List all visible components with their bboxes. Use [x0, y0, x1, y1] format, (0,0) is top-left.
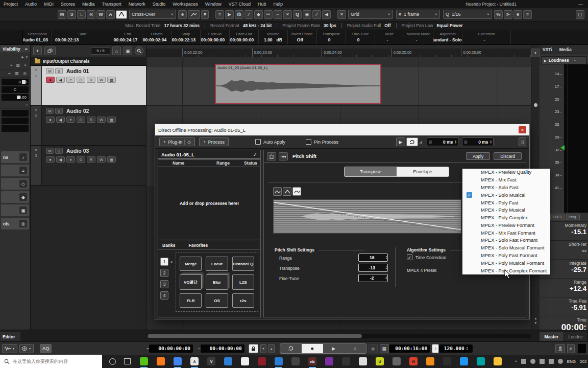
- tool-button[interactable]: ×: [283, 10, 292, 19]
- network-icon[interactable]: [549, 359, 554, 364]
- menu-item[interactable]: Workspaces: [169, 2, 201, 7]
- extend-window-icon[interactable]: ▯: [519, 137, 526, 146]
- menu-option[interactable]: ✓ MPEX - Solo Musical: [462, 191, 550, 199]
- menu-item[interactable]: Hub: [254, 2, 270, 7]
- inspector-section[interactable]: ≡: [1, 165, 29, 176]
- menu-item[interactable]: Project: [0, 2, 21, 7]
- metronome-setup-icon[interactable]: e: [567, 344, 575, 353]
- curve-type-icon[interactable]: [273, 187, 282, 196]
- menu-item[interactable]: Scores: [57, 2, 79, 7]
- punch-out-icon[interactable]: ▲: [268, 344, 275, 353]
- shield-icon[interactable]: [540, 359, 545, 364]
- menu-item[interactable]: Media: [79, 2, 99, 7]
- app-icon[interactable]: [325, 357, 333, 365]
- quantize-edit-icon[interactable]: e: [513, 10, 522, 19]
- channel-config-icons-2[interactable]: ⌐ ▥ ◎: [0, 70, 30, 78]
- menu-option[interactable]: ✓ MPEX - Preview Formant: [462, 221, 550, 229]
- record-arm-button[interactable]: ●: [46, 77, 55, 83]
- favorite-process-button[interactable]: r2s: [232, 293, 254, 308]
- menu-item[interactable]: VST Cloud: [225, 2, 254, 7]
- info-cell[interactable]: Fade-In 00:00:00:00: [201, 30, 230, 44]
- info-cell[interactable]: Extension -: [462, 30, 511, 44]
- read-automation-button[interactable]: R: [87, 156, 95, 163]
- task-view-icon[interactable]: [124, 358, 131, 364]
- auto-fade-icon[interactable]: [116, 10, 127, 19]
- tool-button[interactable]: ◆: [254, 10, 263, 19]
- grid-mode-select[interactable]: Grid ▼: [348, 10, 393, 19]
- clock[interactable]: 202: [580, 359, 587, 364]
- left-locator-value[interactable]: 00:00:00:00: [149, 344, 193, 353]
- track-row[interactable]: ≈ 1 M S Audio 01 ● ◀ e ⊙ R W: [31, 66, 146, 106]
- audio-activity-select[interactable]: ▼: [2, 344, 17, 353]
- inspector-section[interactable]: ols ◎: [1, 218, 29, 229]
- info-cell[interactable]: Algorithm Standard - Solo: [433, 30, 462, 44]
- edit-channel-button[interactable]: e: [66, 117, 75, 123]
- menu-item[interactable]: Transport: [99, 2, 125, 7]
- routing-field[interactable]: [2, 125, 29, 132]
- track-row[interactable]: ≈ 2 M S Audio 02 ● ◀ e ⊙ R W: [31, 106, 146, 146]
- menu-option[interactable]: ✓ MPEX - Solo Musical Formant: [462, 244, 550, 252]
- delete-process-icon[interactable]: [267, 152, 276, 160]
- iterative-quantize-icon[interactable]: %: [494, 10, 503, 19]
- edit-icon[interactable]: e: [178, 10, 187, 19]
- menu-option[interactable]: ✓ MPEX - Preview Quality: [462, 169, 550, 176]
- app-icon[interactable]: nb: [308, 357, 316, 365]
- routing-field[interactable]: [2, 110, 29, 117]
- audition-play-icon[interactable]: ▶: [396, 137, 406, 146]
- favorite-process-button[interactable]: Locut: [206, 257, 228, 271]
- setup-window-layout-icon[interactable]: ▢: [576, 10, 584, 19]
- stepper-icon[interactable]: ▲▼: [385, 256, 387, 260]
- lock-icon[interactable]: [249, 344, 258, 353]
- read-automation-button[interactable]: R: [87, 117, 95, 123]
- midi-activity-select[interactable]: ▼: [19, 344, 34, 353]
- info-cell[interactable]: End 00:00:24:17: [113, 30, 142, 44]
- tool-button[interactable]: Ib: [235, 10, 243, 19]
- write-automation-button[interactable]: W: [97, 117, 106, 123]
- quantize-select[interactable]: Q 1/16 ▼: [443, 10, 492, 19]
- gain-slider[interactable]: 0.00: [2, 79, 29, 85]
- pitch-tab[interactable]: Transpose: [345, 167, 397, 176]
- discard-button[interactable]: Discard: [494, 152, 522, 160]
- menu-option[interactable]: ✓ MPEX - Solo Fast: [462, 184, 550, 192]
- close-icon[interactable]: ×: [519, 126, 526, 133]
- record-arm-button[interactable]: ●: [46, 117, 55, 123]
- menu-item[interactable]: Audio: [21, 2, 40, 7]
- track-name[interactable]: Audio 02: [66, 108, 89, 114]
- menu-item[interactable]: Window: [202, 2, 225, 7]
- cortana-icon[interactable]: [109, 358, 116, 365]
- menu-option[interactable]: ✓ MPEX - Poly Musical: [462, 206, 550, 214]
- tool-button[interactable]: ∕: [244, 10, 253, 19]
- app-icon[interactable]: [140, 357, 148, 365]
- pan-control[interactable]: C: [2, 86, 29, 93]
- tempo-field[interactable]: 120.000 ▲▼: [439, 344, 473, 353]
- right-zone-tab[interactable]: Media: [559, 47, 572, 52]
- app-icon[interactable]: [224, 357, 232, 365]
- mic-icon[interactable]: [530, 359, 535, 364]
- monitor-button[interactable]: ◀: [56, 117, 65, 123]
- info-cell[interactable]: Fine-Tune 0: [346, 30, 375, 44]
- info-cell[interactable]: Description Audio 01_03: [23, 30, 52, 44]
- menu-option[interactable]: ✓ MPEX - Mix Fast: [462, 176, 550, 184]
- app-icon[interactable]: [174, 357, 182, 365]
- scroll-top-icon[interactable]: ▼: [531, 49, 540, 57]
- app-icon[interactable]: [477, 357, 485, 365]
- app-icon[interactable]: [342, 357, 350, 365]
- pitch-tab[interactable]: Envelope: [397, 167, 449, 176]
- app-icon[interactable]: [494, 357, 502, 365]
- app-icon[interactable]: [258, 357, 266, 365]
- info-cell[interactable]: Fade-Out 00:00:00:00: [230, 30, 259, 44]
- freeze-button[interactable]: ⊙: [77, 156, 85, 163]
- quantize-panel-icon[interactable]: ⊳: [504, 10, 512, 19]
- tool-button[interactable]: ≡: [215, 10, 224, 19]
- apply-button[interactable]: Apply: [466, 152, 490, 160]
- app-icon[interactable]: V: [207, 357, 215, 365]
- grid-type-select[interactable]: # 1 frame ▼: [396, 10, 440, 19]
- post-roll-field[interactable]: ▥ 0 ms ▲▼: [462, 137, 494, 146]
- empty-process-hint[interactable]: Add or drop processes here!: [158, 167, 260, 240]
- favorite-process-button[interactable]: Blur: [206, 274, 228, 290]
- tempo-track-icon[interactable]: ♪: [432, 344, 439, 353]
- info-cell[interactable]: Volume 1.00dB: [259, 30, 288, 44]
- app-icon[interactable]: [443, 357, 451, 365]
- metronome-icon[interactable]: [555, 344, 565, 353]
- meter-tab[interactable]: Master: [540, 332, 564, 341]
